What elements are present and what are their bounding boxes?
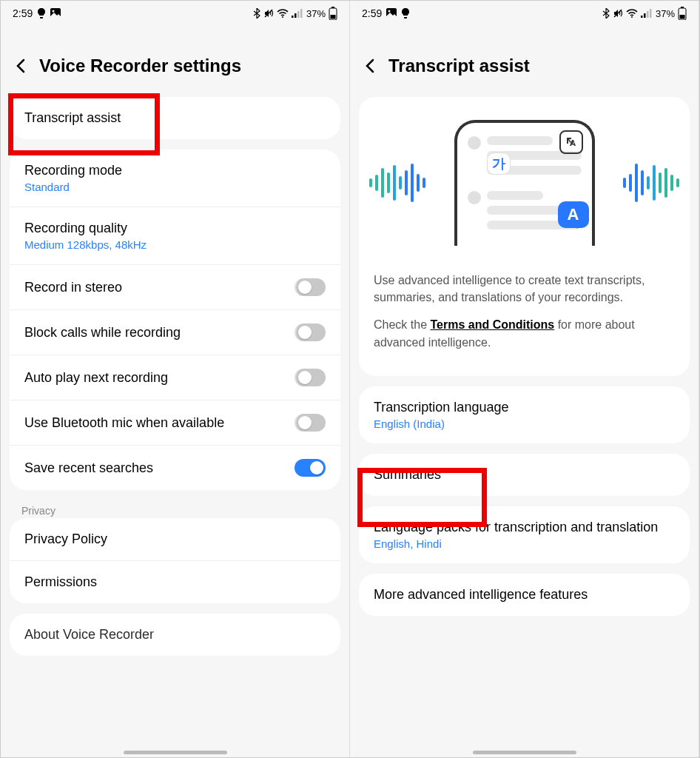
svg-rect-9 [332,7,334,8]
row-transcript-assist[interactable]: Transcript assist [10,97,340,139]
toggle-save-searches[interactable] [295,459,326,477]
phone-right: 2:59 37% Transcript assist [350,1,699,758]
mute-icon [263,8,274,19]
svg-rect-15 [641,16,643,18]
korean-char-badge: 가 [487,152,511,175]
svg-rect-5 [295,13,297,18]
image-icon [386,8,397,19]
phone-frame-icon: 가 A [454,120,595,246]
bluetooth-mic-label: Use Bluetooth mic when available [24,415,224,431]
svg-rect-10 [331,15,336,19]
card-privacy: Privacy Policy Permissions [10,518,340,603]
row-recording-quality[interactable]: Recording quality Medium 128kbps, 48kHz [10,207,340,265]
row-record-stereo[interactable]: Record in stereo [10,265,340,310]
signal-icon [641,9,653,18]
record-stereo-label: Record in stereo [24,280,122,295]
card-description: 가 A Use advanced intelligence to create … [359,97,690,376]
svg-point-14 [631,16,633,18]
page-header: Voice Recorder settings [1,26,349,97]
language-packs-label: Language packs for transcription and tra… [374,520,658,535]
battery-icon [329,7,337,20]
lightbulb-icon [37,8,46,19]
row-recording-mode[interactable]: Recording mode Standard [10,150,340,207]
page-title: Transcript assist [388,56,530,76]
phone-left: 2:59 37% Voice Recorder settings Transcr… [1,1,350,758]
svg-rect-7 [300,9,303,18]
row-about[interactable]: About Voice Recorder [10,614,340,656]
toggle-auto-play[interactable] [295,369,326,386]
row-auto-play[interactable]: Auto play next recording [10,355,340,400]
toggle-bluetooth-mic[interactable] [295,414,326,432]
svg-rect-20 [681,7,684,8]
letter-a-bubble: A [558,201,589,228]
mute-icon [613,8,623,19]
wifi-icon [277,9,289,18]
terms-link[interactable]: Terms and Conditions [430,318,554,331]
back-icon[interactable] [13,57,30,75]
transcription-language-label: Transcription language [374,400,508,415]
status-bar: 2:59 37% [1,1,349,26]
row-privacy-policy[interactable]: Privacy Policy [10,518,340,561]
svg-rect-6 [297,11,300,18]
row-more-features[interactable]: More advanced intelligence features [359,574,690,616]
battery-icon [678,7,687,20]
permissions-label: Permissions [24,574,97,590]
svg-rect-17 [647,11,649,18]
waveform-left-icon [369,164,425,202]
wifi-icon [626,9,638,18]
card-transcript-assist: Transcript assist [10,97,340,139]
transcript-assist-label: Transcript assist [24,110,121,126]
toggle-block-calls[interactable] [295,323,326,341]
svg-rect-4 [292,16,294,18]
toggle-stereo[interactable] [295,278,326,296]
bluetooth-icon [253,8,260,19]
row-permissions[interactable]: Permissions [10,561,340,603]
svg-point-12 [388,10,391,13]
about-label: About Voice Recorder [24,627,154,643]
nav-indicator[interactable] [124,751,227,754]
page-title: Voice Recorder settings [39,56,241,76]
row-transcription-language[interactable]: Transcription language English (India) [359,386,690,443]
language-packs-value: English, Hindi [374,537,658,550]
signal-icon [292,9,303,18]
lightbulb-icon [401,8,410,19]
svg-rect-18 [650,9,652,18]
row-block-calls[interactable]: Block calls while recording [10,310,340,355]
status-battery: 37% [656,8,675,19]
auto-play-label: Auto play next recording [24,370,168,386]
card-recording-settings: Recording mode Standard Recording qualit… [10,150,340,490]
save-searches-label: Save recent searches [24,460,153,476]
image-icon [50,8,61,19]
svg-rect-21 [680,15,685,19]
row-summaries[interactable]: Summaries [359,454,690,496]
recording-quality-label: Recording quality [24,221,147,236]
nav-indicator[interactable] [473,751,576,754]
card-transcription-language: Transcription language English (India) [359,386,690,443]
card-language-packs: Language packs for transcription and tra… [359,506,690,563]
status-bar: 2:59 37% [350,1,699,26]
summaries-label: Summaries [374,467,441,483]
recording-mode-label: Recording mode [24,163,122,178]
card-summaries: Summaries [359,454,690,496]
card-more-features: More advanced intelligence features [359,574,690,616]
row-bluetooth-mic[interactable]: Use Bluetooth mic when available [10,400,340,446]
translate-icon [559,130,583,154]
recording-mode-value: Standard [24,181,122,193]
row-language-packs[interactable]: Language packs for transcription and tra… [359,506,690,563]
status-battery: 37% [306,8,326,19]
status-time: 2:59 [362,7,382,19]
illustration: 가 A [369,109,679,257]
description-text-1: Use advanced intelligence to create text… [369,272,679,306]
back-icon[interactable] [362,57,380,75]
card-about: About Voice Recorder [10,614,340,656]
privacy-policy-label: Privacy Policy [24,531,107,547]
avatar-icon [468,191,481,204]
privacy-section-label: Privacy [1,500,349,518]
description-text-2: Check the Terms and Conditions for more … [369,316,679,350]
svg-rect-16 [644,13,646,18]
status-time: 2:59 [13,7,33,19]
block-calls-label: Block calls while recording [24,325,181,341]
row-save-searches[interactable]: Save recent searches [10,446,340,490]
svg-point-1 [53,10,55,13]
waveform-right-icon [623,164,679,202]
